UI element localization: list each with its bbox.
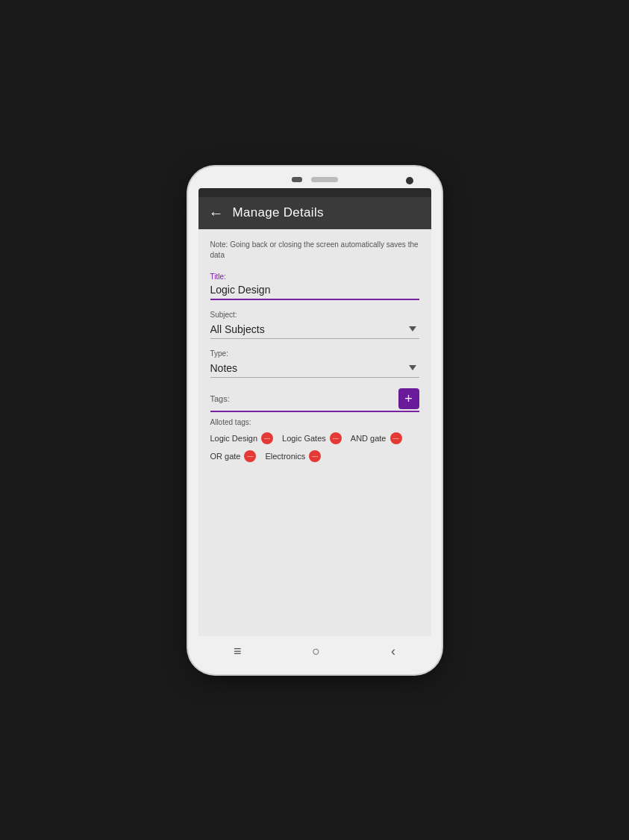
- subject-container: Subject: All Subjects: [210, 311, 419, 339]
- tags-section: Tags: + Alloted tags: Logic Design Logic…: [210, 388, 419, 462]
- alloted-label: Alloted tags:: [210, 418, 419, 426]
- speaker: [311, 177, 338, 182]
- type-dropdown[interactable]: Notes: [210, 359, 419, 378]
- tags-input[interactable]: [236, 393, 392, 404]
- tag-name: Logic Design: [210, 434, 258, 443]
- tag-name: AND gate: [351, 434, 387, 443]
- back-nav-icon[interactable]: ‹: [391, 644, 395, 659]
- phone-bottom-bar: ≡ ○ ‹: [198, 636, 431, 664]
- tag-name: Electronics: [265, 452, 305, 461]
- tag-name: OR gate: [210, 452, 241, 461]
- type-label: Type:: [210, 349, 419, 358]
- tags-label: Tags:: [210, 394, 230, 403]
- tags-list: Logic Design Logic Gates AND gate OR gat…: [210, 432, 419, 462]
- title-label: Title:: [210, 273, 419, 281]
- add-tag-button[interactable]: +: [398, 388, 419, 409]
- title-input[interactable]: [210, 282, 419, 300]
- note-text: Note: Going back or closing the screen a…: [210, 240, 419, 261]
- remove-tag-button[interactable]: [261, 432, 273, 444]
- remove-tag-button[interactable]: [309, 450, 321, 462]
- camera: [406, 177, 413, 184]
- app-header: ← Manage Details: [198, 197, 431, 229]
- status-bar: [198, 188, 431, 197]
- phone-top-bar: [198, 177, 431, 182]
- type-container: Type: Notes: [210, 349, 419, 378]
- list-item: OR gate: [210, 450, 257, 462]
- subject-dropdown[interactable]: All Subjects: [210, 320, 419, 339]
- tag-name: Logic Gates: [282, 434, 326, 443]
- subject-label: Subject:: [210, 311, 419, 319]
- remove-tag-button[interactable]: [390, 432, 402, 444]
- phone-device: ← Manage Details Note: Going back or clo…: [188, 167, 442, 674]
- home-icon[interactable]: ○: [312, 644, 320, 659]
- earpiece: [292, 177, 302, 182]
- remove-tag-button[interactable]: [244, 450, 256, 462]
- list-item: Logic Gates: [282, 432, 342, 444]
- menu-icon[interactable]: ≡: [234, 644, 242, 659]
- list-item: Logic Design: [210, 432, 274, 444]
- tags-row: Tags: +: [210, 388, 419, 412]
- list-item: Electronics: [265, 450, 321, 462]
- remove-tag-button[interactable]: [330, 432, 342, 444]
- list-item: AND gate: [351, 432, 402, 444]
- phone-screen: ← Manage Details Note: Going back or clo…: [198, 188, 431, 636]
- screen-content: Note: Going back or closing the screen a…: [198, 229, 431, 636]
- title-field-container: Title:: [210, 273, 419, 300]
- back-button[interactable]: ←: [209, 205, 224, 222]
- page-title: Manage Details: [233, 205, 324, 220]
